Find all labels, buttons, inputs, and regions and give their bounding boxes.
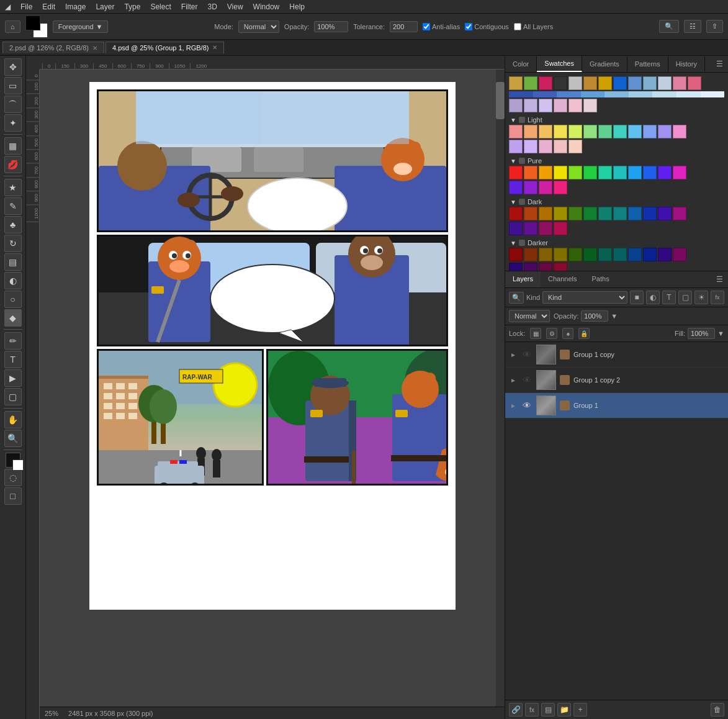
swatch[interactable] (539, 207, 552, 220)
swatch[interactable] (643, 207, 657, 220)
kind-select[interactable]: Kind (542, 291, 627, 304)
layer-item-group1copy[interactable]: ► 👁 Group 1 copy (505, 342, 728, 368)
darker-group-header[interactable]: ▼ Darker (509, 237, 724, 248)
swatch[interactable] (628, 248, 642, 261)
swatch[interactable] (509, 207, 523, 220)
swatch[interactable] (509, 76, 523, 90)
swatch[interactable] (554, 76, 567, 90)
swatch[interactable] (658, 248, 672, 261)
layer-expand-icon[interactable]: ► (509, 350, 518, 359)
swatch[interactable] (539, 222, 552, 235)
swatch[interactable] (509, 140, 523, 153)
adjustment-filter-btn[interactable]: ◐ (646, 291, 660, 304)
paths-tab[interactable]: Paths (585, 271, 617, 287)
layer-item-group1[interactable]: ► 👁 Group 1 (505, 393, 728, 418)
link-layers-btn[interactable]: 🔗 (509, 703, 523, 717)
history-brush-tool[interactable]: ↻ (4, 235, 22, 252)
layers-list[interactable]: ► 👁 Group 1 copy ► 👁 Group 1 (505, 342, 728, 700)
channels-tab[interactable]: Channels (541, 271, 584, 287)
swatch[interactable] (509, 248, 523, 261)
swatch[interactable] (524, 248, 537, 261)
swatch[interactable] (568, 166, 582, 179)
dark-group-header[interactable]: ▼ Dark (509, 196, 724, 207)
swatch[interactable] (524, 99, 537, 112)
tab-2psd[interactable]: 2.psd @ 126% (2, RGB/8) ✕ (2, 42, 104, 53)
tab-2psd-close[interactable]: ✕ (92, 45, 97, 52)
all-layers-checkbox[interactable] (514, 23, 521, 30)
swatch[interactable] (539, 248, 552, 261)
mode-select[interactable]: Normal (238, 20, 279, 33)
menu-image[interactable]: Image (65, 2, 86, 11)
swatch[interactable] (568, 248, 582, 261)
tab-patterns[interactable]: Patterns (627, 57, 668, 71)
stamp-tool[interactable]: ♣ (4, 216, 22, 233)
lock-position-btn[interactable]: ⚙ (546, 328, 557, 339)
lock-artboard-btn[interactable]: ♠ (562, 328, 573, 339)
swatch[interactable] (628, 76, 642, 90)
swatch[interactable] (583, 76, 597, 90)
swatch[interactable] (554, 125, 567, 138)
scrollbar-vertical[interactable] (496, 70, 505, 707)
dodge-tool[interactable]: ◆ (4, 309, 22, 327)
swatch[interactable] (539, 166, 552, 179)
tab-swatches[interactable]: Swatches (537, 56, 582, 72)
swatch[interactable] (568, 207, 582, 220)
swatch[interactable] (509, 181, 523, 194)
swatch[interactable] (598, 76, 612, 90)
swatch[interactable] (539, 263, 552, 271)
add-effect-btn[interactable]: fx (525, 703, 539, 717)
swatch[interactable] (628, 125, 642, 138)
swatch[interactable] (554, 140, 567, 153)
swatch[interactable] (509, 125, 523, 138)
swatch[interactable] (628, 166, 642, 179)
swatch[interactable] (568, 99, 582, 112)
swatch[interactable] (524, 222, 537, 235)
new-group-btn[interactable]: 📁 (557, 703, 571, 717)
pure-group-header[interactable]: ▼ Pure (509, 155, 724, 166)
swatch[interactable] (658, 207, 672, 220)
all-layers-label[interactable]: All Layers (514, 23, 553, 30)
screen-mode-tool[interactable]: □ (4, 487, 22, 505)
blur-tool[interactable]: ○ (4, 291, 22, 308)
blend-mode-select[interactable]: Normal (509, 310, 550, 322)
canvas-content[interactable]: RAP-WAR (40, 70, 505, 707)
anti-alias-checkbox[interactable] (423, 23, 430, 30)
swatch[interactable] (643, 248, 657, 261)
contiguous-label[interactable]: Contiguous (465, 23, 509, 30)
pen-tool[interactable]: ✏ (4, 332, 22, 350)
swatch[interactable] (613, 207, 627, 220)
swatch[interactable] (509, 263, 523, 271)
menu-type[interactable]: Type (124, 2, 140, 11)
swatch[interactable] (509, 166, 523, 179)
layer-visibility-icon[interactable]: 👁 (521, 349, 533, 360)
fill-dropdown-icon[interactable]: ▼ (717, 330, 724, 337)
swatch[interactable] (643, 125, 657, 138)
swatch[interactable] (539, 181, 552, 194)
scrollbar-thumb[interactable] (496, 82, 505, 119)
new-layer-btn[interactable]: + (573, 703, 587, 717)
swatch[interactable] (554, 166, 567, 179)
layer-item-group1copy2[interactable]: ► 👁 Group 1 copy 2 (505, 368, 728, 393)
share-button[interactable]: ⇧ (706, 20, 723, 33)
swatch[interactable] (524, 166, 537, 179)
swatch[interactable] (509, 99, 523, 112)
layer-visibility-icon[interactable]: 👁 (521, 400, 533, 411)
swatch[interactable] (554, 263, 567, 271)
swatch[interactable] (539, 99, 552, 112)
menu-window[interactable]: Window (253, 2, 280, 11)
swatch[interactable] (598, 248, 612, 261)
swatch[interactable] (583, 166, 597, 179)
foreground-dropdown[interactable]: Foreground ▼ (53, 20, 109, 33)
swatch[interactable] (568, 125, 582, 138)
swatch[interactable] (613, 76, 627, 90)
tab-color[interactable]: Color (505, 57, 537, 71)
swatch[interactable] (613, 166, 627, 179)
brush-tool[interactable]: ✎ (4, 197, 22, 215)
swatch[interactable] (509, 222, 523, 235)
swatch[interactable] (568, 140, 582, 153)
color-swatches[interactable] (25, 16, 48, 38)
menu-edit[interactable]: Edit (42, 2, 55, 11)
app-icon[interactable]: ◢ (5, 2, 11, 11)
swatch[interactable] (539, 125, 552, 138)
menu-file[interactable]: File (20, 2, 32, 11)
